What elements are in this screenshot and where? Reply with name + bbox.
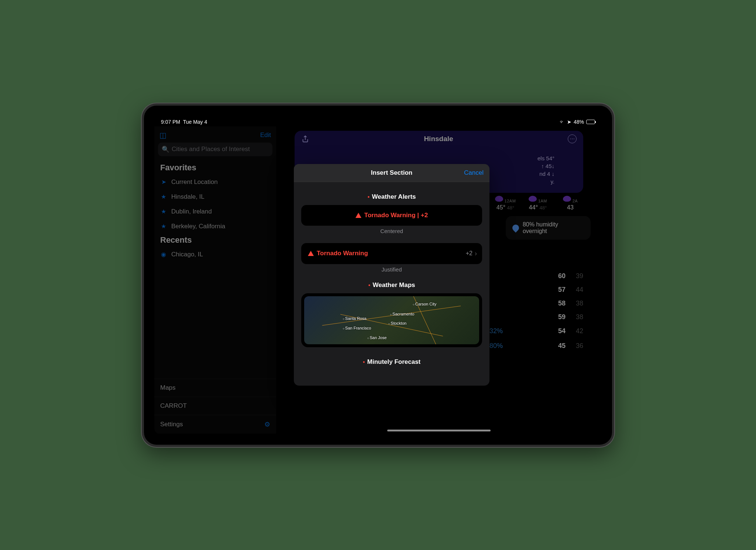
recents-header: Recents [154, 234, 276, 247]
cloud-icon [495, 196, 503, 202]
more-icon[interactable]: ⋯ [568, 134, 577, 143]
minutely-forecast-header: Minutely Forecast [301, 358, 482, 366]
map-city-label: Carson City [413, 302, 436, 306]
insert-section-modal: Insert Section Cancel Weather Alerts Tor… [294, 164, 489, 386]
modal-header: Insert Section Cancel [294, 164, 489, 182]
search-placeholder: Cities and Places of Interest [172, 146, 250, 153]
edit-button[interactable]: Edit [260, 131, 271, 139]
battery-icon [586, 120, 595, 124]
sidebar-favorite-item[interactable]: ★Berkeley, California [154, 219, 276, 234]
favorites-header: Favorites [154, 161, 276, 175]
humidity-card: 80% humidity overnight [506, 216, 591, 240]
map-city-label: Stockton [388, 321, 407, 325]
gear-icon: ⚙ [264, 420, 270, 428]
pin-icon: ◉ [160, 251, 167, 258]
map-preview: Carson CitySacramentoSanta RosaStocktonS… [304, 296, 479, 344]
warning-icon [308, 251, 314, 256]
justified-label: Justified [301, 266, 482, 273]
search-icon: 🔍 [162, 146, 169, 153]
sidebar: ◫ Edit 🔍 Cities and Places of Interest F… [154, 126, 276, 434]
location-services-icon: ➤ [567, 119, 571, 125]
home-indicator[interactable] [387, 430, 491, 431]
alert-option-centered[interactable]: Tornado Warning | +2 [301, 205, 482, 226]
sidebar-item-maps[interactable]: Maps [154, 379, 276, 397]
screen: 9:07 PM Tue May 4 ᯤ ➤ 48% ◫ Edit 🔍 Citie… [154, 116, 602, 434]
chevron-right-icon: › [475, 250, 477, 257]
cloud-icon [529, 196, 537, 202]
location-icon: ➤ [160, 178, 167, 185]
battery-percent: 48% [574, 119, 584, 125]
hour-item: 12AM45° 48° [492, 196, 518, 211]
modal-body[interactable]: Weather Alerts Tornado Warning | +2 Cent… [294, 182, 489, 370]
cancel-button[interactable]: Cancel [464, 169, 484, 177]
sidebar-favorite-item[interactable]: ➤Current Location [154, 175, 276, 189]
status-bar: 9:07 PM Tue May 4 ᯤ ➤ 48% [154, 116, 602, 126]
status-right: ᯤ ➤ 48% [560, 119, 595, 125]
star-icon: ★ [160, 223, 167, 230]
sidebar-favorite-item[interactable]: ★Hinsdale, IL [154, 189, 276, 204]
star-icon: ★ [160, 193, 167, 200]
weather-alerts-header: Weather Alerts [301, 193, 482, 201]
wifi-icon: ᯤ [560, 119, 565, 125]
weather-maps-header: Weather Maps [301, 281, 482, 289]
humidity-icon [511, 223, 520, 232]
hour-item: 2A43 [557, 196, 583, 211]
alert-option-justified[interactable]: Tornado Warning +2 › [301, 243, 482, 264]
map-city-label: San Jose [367, 335, 387, 340]
search-input[interactable]: 🔍 Cities and Places of Interest [158, 143, 272, 156]
map-city-label: Santa Rosa [343, 316, 366, 321]
sidebar-favorite-item[interactable]: ★Dublin, Ireland [154, 204, 276, 219]
sidebar-item-settings[interactable]: Settings⚙ [154, 415, 276, 434]
sidebar-recent-item[interactable]: ◉Chicago, IL [154, 247, 276, 262]
map-option[interactable]: Carson CitySacramentoSanta RosaStocktonS… [301, 293, 482, 347]
location-title: Hinsdale [309, 135, 568, 143]
map-city-label: Sacramento [390, 312, 414, 316]
star-icon: ★ [160, 208, 167, 215]
share-icon[interactable] [301, 135, 309, 143]
centered-label: Centered [301, 228, 482, 234]
modal-title: Insert Section [371, 169, 412, 177]
sidebar-toggle-icon[interactable]: ◫ [159, 131, 166, 140]
map-city-label: San Francisco [343, 326, 371, 330]
hour-item: 1AM44° 48° [525, 196, 551, 211]
warning-icon [355, 213, 361, 218]
status-time: 9:07 PM Tue May 4 [161, 119, 207, 125]
ipad-device-frame: 9:07 PM Tue May 4 ᯤ ➤ 48% ◫ Edit 🔍 Citie… [142, 103, 614, 447]
cloud-icon [563, 196, 571, 202]
sidebar-item-carrot[interactable]: CARROT [154, 397, 276, 415]
